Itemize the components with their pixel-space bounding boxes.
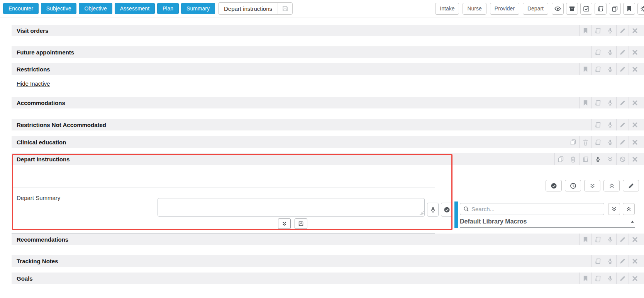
bookmark-button[interactable] (579, 273, 591, 284)
nav-tab-summary[interactable]: Summary (181, 3, 215, 14)
microphone-button[interactable] (604, 136, 616, 148)
check-circle-button[interactable] (441, 203, 452, 217)
stage-button-intake[interactable]: Intake (435, 3, 459, 15)
macro-search-input[interactable] (471, 206, 604, 212)
close-button[interactable] (629, 153, 641, 165)
microphone-icon (430, 207, 436, 213)
pencil-button[interactable] (623, 180, 639, 191)
chevron-double-down-icon (607, 156, 613, 163)
chevron-double-down-button[interactable] (608, 203, 620, 215)
microphone-button[interactable] (604, 63, 616, 75)
clock-button[interactable] (565, 180, 581, 191)
bookmark-button[interactable] (579, 25, 591, 36)
stage-button-depart[interactable]: Depart (523, 3, 548, 15)
chevron-double-down-button[interactable] (604, 153, 616, 165)
nav-tab-assessment[interactable]: Assessment (115, 3, 155, 14)
nav-tab-objective[interactable]: Objective (79, 3, 112, 14)
section-row-clinical-education[interactable]: Clinical education (12, 136, 644, 148)
save-button[interactable] (278, 3, 292, 14)
section-row-visit-orders[interactable]: Visit orders (12, 25, 644, 36)
book-button[interactable] (579, 153, 591, 165)
trash-button[interactable] (579, 136, 591, 148)
macros-group-header[interactable]: Default Library Macros (460, 218, 635, 228)
current-section-label: Depart instructions (219, 3, 278, 14)
microphone-button[interactable] (604, 46, 616, 58)
pencil-button[interactable] (616, 255, 629, 267)
book-button[interactable] (595, 3, 607, 15)
copy-button[interactable] (554, 153, 567, 165)
book-button[interactable] (591, 63, 604, 75)
bookmark-button[interactable] (623, 3, 635, 15)
close-button[interactable] (629, 25, 641, 36)
calendar-check-button[interactable] (580, 3, 592, 15)
save-button[interactable] (295, 218, 307, 229)
close-button[interactable] (629, 46, 641, 58)
microphone-button[interactable] (604, 234, 616, 245)
microphone-button[interactable] (604, 25, 616, 36)
microphone-button[interactable] (604, 273, 616, 284)
section-title: Restrictions Not Accommodated (12, 122, 106, 128)
microphone-icon (607, 27, 613, 34)
hide-inactive-link[interactable]: Hide Inactive (17, 80, 50, 87)
book-button[interactable] (591, 46, 604, 58)
microphone-button[interactable] (604, 255, 616, 267)
bookmark-button[interactable] (579, 234, 591, 245)
pencil-button[interactable] (616, 234, 629, 245)
microphone-button[interactable] (591, 153, 604, 165)
trash-button[interactable] (567, 153, 579, 165)
pencil-button[interactable] (616, 273, 629, 284)
section-row-future-appointments[interactable]: Future appointments (12, 46, 644, 58)
gear-button[interactable] (637, 3, 644, 15)
close-button[interactable] (629, 255, 641, 267)
bookmark-button[interactable] (579, 63, 591, 75)
close-button[interactable] (629, 119, 641, 130)
pencil-button[interactable] (616, 136, 629, 148)
nav-tab-subjective[interactable]: Subjective (41, 3, 77, 14)
microphone-button[interactable] (427, 203, 439, 217)
copy-button[interactable] (609, 3, 621, 15)
book-button[interactable] (591, 234, 604, 245)
close-button[interactable] (629, 273, 641, 284)
bookmark-button[interactable] (579, 97, 591, 108)
book-button[interactable] (591, 97, 604, 108)
nav-tab-plan[interactable]: Plan (157, 3, 179, 14)
pencil-button[interactable] (616, 119, 629, 130)
stage-button-nurse[interactable]: Nurse (463, 3, 486, 15)
copy-button[interactable] (567, 136, 579, 148)
microphone-button[interactable] (604, 119, 616, 130)
book-button[interactable] (591, 136, 604, 148)
close-button[interactable] (629, 97, 641, 108)
chevron-double-up-button[interactable] (623, 203, 635, 215)
close-button[interactable] (629, 63, 641, 75)
book-button[interactable] (591, 255, 604, 267)
book-button[interactable] (591, 273, 604, 284)
chevron-double-up-button[interactable] (603, 180, 620, 191)
section-row-depart-instructions[interactable]: Depart instructions (12, 153, 644, 165)
pencil-icon (619, 122, 626, 128)
pencil-button[interactable] (616, 97, 629, 108)
chevron-double-down-button[interactable] (584, 180, 600, 191)
book-icon (582, 156, 589, 163)
stage-button-provider[interactable]: Provider (490, 3, 519, 15)
pencil-button[interactable] (616, 25, 629, 36)
nav-tab-encounter[interactable]: Encounter (3, 3, 39, 14)
check-circle-button[interactable] (546, 180, 562, 191)
close-button[interactable] (629, 234, 641, 245)
ban-button[interactable] (616, 153, 629, 165)
section-row-goals[interactable]: Goals (12, 273, 644, 284)
book-button[interactable] (591, 25, 604, 36)
book-button[interactable] (591, 119, 604, 130)
section-row-restrictions-not-accommodated[interactable]: Restrictions Not Accommodated (12, 119, 644, 130)
section-row-restrictions[interactable]: Restrictions (12, 63, 644, 75)
section-row-tracking-notes[interactable]: Tracking Notes (12, 255, 644, 267)
archive-button[interactable] (566, 3, 578, 15)
eye-button[interactable] (552, 3, 564, 15)
chevron-double-down-button[interactable] (278, 218, 291, 229)
section-row-accommodations[interactable]: Accommodations (12, 97, 644, 108)
pencil-button[interactable] (616, 46, 629, 58)
section-row-recommendations[interactable]: Recommendations (12, 234, 644, 245)
depart-summary-input[interactable] (158, 198, 425, 217)
pencil-button[interactable] (616, 63, 629, 75)
microphone-button[interactable] (604, 97, 616, 108)
close-button[interactable] (629, 136, 641, 148)
